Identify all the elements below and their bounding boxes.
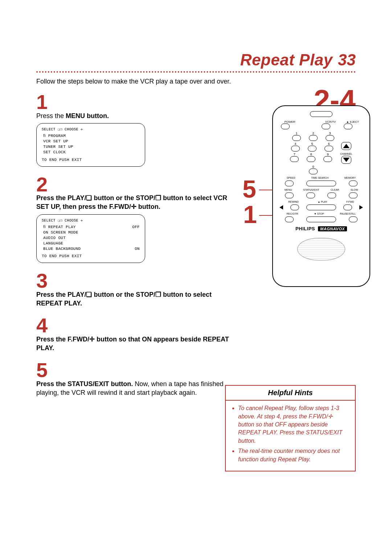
brand-badge: MAGNAVOX <box>318 226 347 231</box>
channel-up-icon[interactable] <box>343 144 350 148</box>
step-number: 2 <box>36 175 232 194</box>
channel-label: CHANNEL <box>340 153 352 155</box>
step-text: Press the STATUS/EXIT button. Now, when … <box>36 380 232 397</box>
step-number: 1 <box>36 93 232 111</box>
power-label: POWER <box>281 121 299 123</box>
speed-label: SPEED <box>287 177 295 179</box>
digit-row: 0 <box>279 165 364 174</box>
osd-item: ﬁ PROGRAM <box>43 133 140 139</box>
pause-label: PAUSE/STILL <box>340 212 356 215</box>
pause-button[interactable] <box>349 216 358 222</box>
osd-row: BLUE BACKGROUNDON <box>43 246 140 252</box>
step-text: Press the MENU button. <box>36 112 232 120</box>
osd-row: ﬁ REPEAT PLAYOFF <box>43 224 140 230</box>
osd-row-l: BLUE BACKGROUND <box>43 246 81 252</box>
osd-footer: TO END PUSH EXIT <box>42 157 140 163</box>
status-label: STATUS/EXIT <box>303 189 319 191</box>
digit-button-0[interactable] <box>309 169 318 174</box>
content-columns: 1 Press the MENU button. SELECT ❏❐ CHOOS… <box>36 93 356 406</box>
step-3: 3 Press the PLAY/❏ button or the STOP/❐ … <box>36 272 232 308</box>
digit-button-9[interactable] <box>323 156 332 162</box>
osd-items: ﬁ REPEAT PLAYOFF ON SCREEN MODE AUDIO OU… <box>43 224 140 251</box>
step-text-prefix: Press the <box>36 112 66 119</box>
remote-body: POWER VCR/TV ▲ EJECT 1 2 3 4 <box>272 105 370 287</box>
steps-column: 1 Press the MENU button. SELECT ❏❐ CHOOS… <box>36 93 232 406</box>
play-label: ▲ PLAY <box>318 200 327 203</box>
time-search-button[interactable] <box>306 181 336 186</box>
remote-row <box>279 181 364 186</box>
rewind-button[interactable] <box>290 204 299 210</box>
channel-down-icon[interactable] <box>343 158 350 162</box>
vcrtv-label: VCR/TV <box>322 121 340 123</box>
remote-row <box>279 216 364 222</box>
rewind-label: REWIND <box>288 200 298 203</box>
slow-button[interactable] <box>349 193 358 198</box>
digit-button-3[interactable] <box>326 135 334 141</box>
intro-text: Follow the steps below to make the VCR p… <box>36 77 240 86</box>
eject-label: ▲ EJECT <box>344 121 362 123</box>
memory-label: MEMORY <box>344 177 356 179</box>
eject-button[interactable] <box>344 123 352 129</box>
rec-button[interactable] <box>285 216 294 222</box>
page: Repeat Play 33 Follow the steps below to… <box>0 0 392 555</box>
digit-label: 7 <box>294 153 295 156</box>
digit-label: 2 <box>312 131 314 135</box>
digit-button-7[interactable] <box>290 156 299 162</box>
step-text: Press the F.FWD/✛ button so that ON appe… <box>36 335 232 353</box>
status-exit-button[interactable] <box>306 193 315 198</box>
ir-window <box>310 111 332 117</box>
vcrtv-button[interactable] <box>322 123 330 129</box>
digit-button-1[interactable] <box>292 135 301 141</box>
osd-item: TUNER SET UP <box>43 144 140 150</box>
digit-button-2[interactable] <box>309 135 318 141</box>
step-text-bold: Press the PLAY/❏ button or the STOP/❐ bu… <box>36 291 212 307</box>
osd-row-l: AUDIO OUT <box>43 235 66 241</box>
osd-row-r: ON <box>135 246 140 252</box>
helpful-hints-body: To cancel Repeat Play, follow steps 1-3 … <box>226 401 355 471</box>
remote-row <box>279 204 363 210</box>
power-button[interactable] <box>281 123 290 129</box>
osd-header: SELECT ❏❐ CHOOSE ✛ <box>42 218 140 223</box>
remote-brand: PHILIPS MAGNAVOX <box>279 226 364 231</box>
osd-item: SET CLOCK <box>43 150 140 155</box>
stop-button[interactable] <box>306 216 336 222</box>
page-header: Repeat Play 33 <box>36 51 356 69</box>
osd-row-l: ﬁ REPEAT PLAY <box>43 224 76 230</box>
clear-button[interactable] <box>327 193 336 198</box>
step-1: 1 Press the MENU button. SELECT ❏❐ CHOOS… <box>36 93 232 166</box>
hint-item: To cancel Repeat Play, follow steps 1-3 … <box>238 404 350 445</box>
step-text-bold: Press the PLAY/❏ button or the STOP/❐ bu… <box>36 194 227 210</box>
digit-label: 9 <box>327 153 329 156</box>
page-title: Repeat Play <box>240 51 333 69</box>
osd-menu-2: SELECT ❏❐ CHOOSE ✛ ﬁ REPEAT PLAYOFF ON S… <box>36 214 145 263</box>
osd-footer: TO END PUSH EXIT <box>42 254 140 259</box>
helpful-hints-title: Helpful Hints <box>226 386 355 401</box>
digit-button-4[interactable] <box>291 146 300 151</box>
step-5: 5 Press the STATUS/EXIT button. Now, whe… <box>36 361 232 397</box>
digit-row: 7 8 9 CHANNEL <box>279 153 364 164</box>
digit-button-8[interactable] <box>307 156 315 162</box>
digit-button-6[interactable] <box>324 146 333 151</box>
step-number: 3 <box>36 272 232 290</box>
osd-header: SELECT ❏❐ CHOOSE ✛ <box>42 127 140 132</box>
menu-button[interactable] <box>285 193 294 198</box>
remote-row-top: POWER VCR/TV ▲ EJECT <box>279 121 364 129</box>
osd-items: ﬁ PROGRAM VCR SET UP TUNER SET UP SET CL… <box>43 133 140 155</box>
speed-button[interactable] <box>285 181 294 186</box>
remote-row-labels: MENU STATUS/EXIT CLEAR SLOW <box>279 189 364 191</box>
digit-label: 0 <box>312 165 314 169</box>
remote-grille <box>297 238 345 260</box>
digit-button-5[interactable] <box>308 146 317 151</box>
step-4: 4 Press the F.FWD/✛ button so that ON ap… <box>36 316 232 352</box>
slow-label: SLOW <box>351 189 358 191</box>
memory-button[interactable] <box>349 181 358 186</box>
ffwd-button[interactable] <box>343 204 352 210</box>
play-button[interactable] <box>306 204 336 210</box>
osd-row-l: ON SCREEN MODE <box>43 230 78 235</box>
rec-label: REC/OTR <box>287 212 298 215</box>
osd-item: VCR SET UP <box>43 139 140 144</box>
hint-item: The real-time counter memory does not fu… <box>238 447 350 463</box>
step-number: 4 <box>36 316 232 335</box>
digit-label: 5 <box>311 142 313 146</box>
remote-row-labels: SPEED TIME SEARCH MEMORY <box>279 177 364 179</box>
